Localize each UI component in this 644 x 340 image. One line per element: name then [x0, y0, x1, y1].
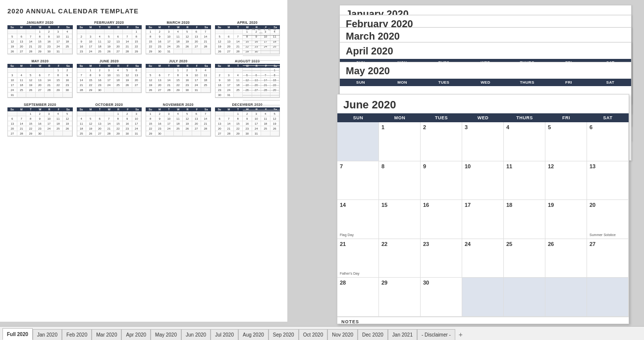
large-cal-day: 18	[504, 200, 545, 239]
large-cal-day: 29	[379, 278, 421, 316]
notes-lines	[243, 37, 280, 110]
tab-jan-2020[interactable]: Jan 2020	[33, 329, 62, 340]
tab-jun-2020[interactable]: Jun 2020	[181, 329, 211, 340]
mini-cal-header-sep: SuMTWRFSa	[7, 107, 73, 111]
mini-cal-header-jul: SuMTWRFSa	[146, 64, 211, 68]
notes-line	[243, 37, 280, 41]
day-number: 19	[548, 202, 554, 208]
mini-cal-body-nov: 1234567891011121314151617181920212223242…	[146, 111, 211, 137]
left-panel: 2020 ANNUAL CALENDAR TEMPLATE JANUARY 20…	[0, 0, 287, 322]
notes-line	[243, 47, 280, 51]
mini-cal-title-jan: JANUARY 2020	[7, 21, 73, 24]
large-cal-day: 15	[379, 200, 421, 239]
mini-cal-body-jan: 1234567891011121314151617181920212223242…	[7, 29, 73, 54]
tab-may-2020[interactable]: May 2020	[151, 329, 181, 340]
mini-cal-jun: JUNE 2020SuMTWRFSa1234567891011121314151…	[77, 59, 142, 98]
tab-oct-2020[interactable]: Oct 2020	[299, 329, 328, 340]
notes-section: — N O T E S —	[243, 27, 280, 110]
day-number: 20	[590, 202, 595, 208]
mini-cal-body-oct: 1234567891011121314151617181920212223242…	[77, 111, 142, 137]
notes-line	[243, 97, 280, 100]
mini-cal-header-jun: SuMTWRFSa	[77, 64, 142, 68]
mini-cal-feb: FEBRUARY 2020SuMTWRFSa123456789101112131…	[77, 21, 142, 54]
mini-cal-body-dec: 1234567891011121314151617181920212223242…	[215, 111, 280, 137]
mini-cal-mar: MARCH 2020SuMTWRFSa123456789101112131415…	[146, 21, 211, 54]
large-cal-day: 10	[462, 161, 504, 200]
day-number: 22	[381, 241, 387, 247]
right-panel: January 2020 SUNMONTUESWEDTHURSFRISAT Fe…	[287, 2, 634, 329]
mini-cal-title-jul: JULY 2020	[146, 59, 211, 63]
notes-line	[243, 82, 280, 86]
tab-full-2020[interactable]: Full 2020	[2, 328, 33, 340]
tab-sep-2020[interactable]: Sep 2020	[268, 329, 299, 340]
mini-cal-body-jun: 1234567891011121314151617181920212223242…	[77, 68, 142, 93]
large-cal-day: 19	[545, 200, 587, 239]
large-cal-day: 7	[337, 161, 379, 200]
mini-cal-header-mar: SuMTWRFSa	[146, 25, 211, 29]
mini-cal-header-nov: SuMTWRFSa	[146, 107, 211, 111]
notes-line	[243, 101, 280, 105]
day-number: 2	[423, 124, 426, 130]
large-cal-day: 30	[421, 278, 462, 316]
mini-cal-body-sep: 1234567891011121314151617181920212223242…	[7, 111, 73, 137]
mini-cal-title-may: MAY 2020	[7, 59, 73, 63]
notes-line	[243, 67, 280, 71]
tab-jul-2020[interactable]: Jul 2020	[211, 329, 238, 340]
day-number: 6	[590, 124, 592, 130]
mini-cal-title-oct: OCTOBER 2020	[77, 103, 142, 106]
june-title: June 2020	[337, 95, 629, 113]
small-calendars-bot: SEPTEMBER 2020SuMTWRFSa12345678910111213…	[7, 103, 280, 137]
large-cal-day: 23	[421, 239, 462, 278]
large-cal-day: 21Father's Day	[337, 239, 379, 278]
day-event: Summer Solstice	[590, 233, 616, 237]
large-cal-day: 20Summer Solstice	[587, 200, 629, 239]
notes-line	[243, 52, 280, 56]
mini-cal-title-apr: APRIL 2020	[215, 21, 280, 24]
day-number: 11	[506, 163, 512, 169]
notes-line	[243, 77, 280, 81]
large-cal-day	[462, 278, 504, 316]
tab-aug-2020[interactable]: Aug 2020	[238, 329, 268, 340]
large-cal-day: 28	[337, 278, 379, 316]
mini-cal-title-nov: NOVEMBER 2020	[146, 103, 211, 106]
day-number: 26	[548, 241, 554, 247]
notes-line	[243, 87, 280, 91]
large-cal-day: 8	[379, 161, 421, 200]
large-cal-day: 12	[545, 161, 587, 200]
day-number: 18	[506, 202, 512, 208]
mini-cal-title-sep: SEPTEMBER 2020	[7, 103, 73, 106]
spreadsheet-container: 2020 ANNUAL CALENDAR TEMPLATE JANUARY 20…	[0, 0, 644, 340]
notes-line	[243, 92, 280, 96]
mini-cal-header-oct: SuMTWRFSa	[77, 107, 142, 111]
day-number: 14	[340, 202, 346, 208]
june-notes-label: NOTES	[341, 319, 625, 324]
mini-cal-sep: SEPTEMBER 2020SuMTWRFSa12345678910111213…	[7, 103, 73, 137]
mini-cal-nov: NOVEMBER 2020SuMTWRFSa123456789101112131…	[146, 103, 211, 137]
day-number: 25	[506, 241, 512, 247]
mini-cal-body-may: 1234567891011121314151617181920212223242…	[7, 68, 73, 98]
day-number: 27	[590, 241, 595, 247]
tab-mar-2020[interactable]: Mar 2020	[92, 329, 121, 340]
tab-apr-2020[interactable]: Apr 2020	[121, 329, 151, 340]
day-number: 10	[465, 163, 471, 169]
day-number: 28	[340, 280, 346, 286]
stack-may-header: SUNMONTUESWEDTHURSFRISAT	[340, 79, 631, 86]
large-cal-day: 26	[545, 239, 587, 278]
large-cal-day: 6	[587, 122, 629, 161]
notes-line	[243, 106, 280, 110]
day-number: 29	[381, 280, 387, 286]
day-number: 8	[381, 163, 384, 169]
large-cal-day	[587, 278, 629, 316]
day-number: 9	[423, 163, 426, 169]
stack-may-title: May 2020	[340, 62, 631, 79]
june-header: SUN MON TUES WED THURS FRI SAT	[337, 113, 629, 122]
tab-feb-2020[interactable]: Feb 2020	[62, 329, 92, 340]
day-number: 12	[548, 163, 554, 169]
mini-cal-header-feb: SuMTWRFSa	[77, 25, 142, 29]
june-week-2: 14Flag Day151617181920Summer Solstice	[337, 200, 629, 239]
day-number: 16	[423, 202, 429, 208]
day-event: Flag Day	[340, 233, 354, 237]
mini-cal-body-mar: 1234567891011121314151617181920212223242…	[146, 29, 211, 54]
mini-cal-jan: JANUARY 2020SuMTWRFSa1234567891011121314…	[7, 21, 73, 54]
day-number: 15	[381, 202, 387, 208]
